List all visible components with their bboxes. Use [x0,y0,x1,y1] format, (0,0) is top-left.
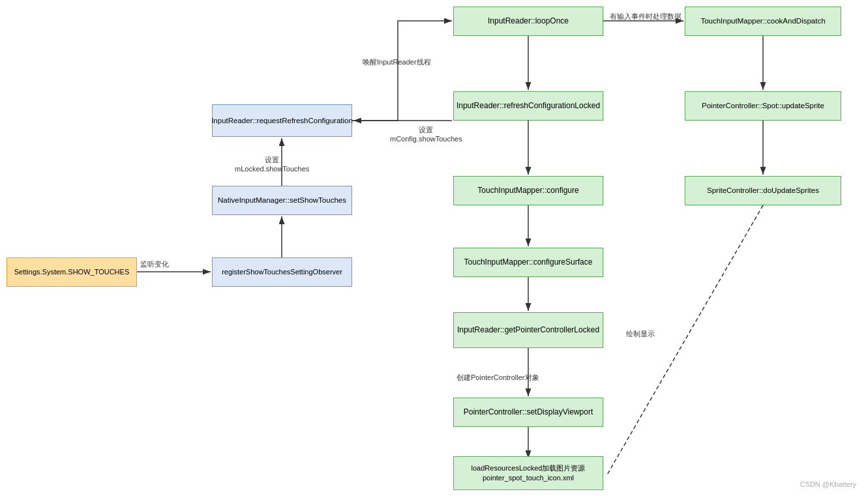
node-refreshconfig: InputReader::refreshConfigurationLocked [453,91,603,121]
node-updatesprite: PointerController::Spot::updateSprite [685,91,841,121]
node-setshowtouches: NativeInputManager::setShowTouches [212,186,352,215]
node-looponce: InputReader::loopOnce [453,7,603,36]
node-configure: TouchInputMapper::configure [453,176,603,205]
label-drawdisplay: 绘制显示 [626,329,655,339]
label-hasinputevent: 有输入事件时处理数据 [610,12,681,22]
node-registerobserver: registerShowTouchesSettingObserver [212,257,352,287]
node-setdisplayviewport: PointerController::setDisplayViewport [453,398,603,427]
node-cookanddispatch: TouchInputMapper::cookAndDispatch [685,7,841,36]
label-setmconfig: 设置 mConfig.showTouches [390,125,462,143]
node-showtouches: Settings.System.SHOW_TOUCHES [7,257,137,287]
arrows-svg [0,0,868,496]
node-requestrefresh: InputReader::requestRefreshConfiguration [212,104,352,137]
node-getpointercontroller: InputReader::getPointerControllerLocked [453,312,603,348]
node-doupdatesprites: SpriteController::doUpdateSprites [685,176,841,205]
label-monitorchange: 监听变化 [140,259,169,269]
watermark: CSDN @Kbattery [800,480,856,488]
diagram-container: InputReader::loopOnce InputReader::refre… [0,0,868,496]
node-configuresurface: TouchInputMapper::configureSurface [453,248,603,277]
label-wakethread: 唤醒InputReader线程 [363,57,431,67]
node-loadresources: loadResourcesLocked加载图片资源 pointer_spot_t… [453,456,603,490]
svg-line-15 [606,205,763,476]
label-createpointer: 创建PointerController对象 [456,373,539,383]
label-setmlocked: 设置 mLocked.showTouches [235,155,309,173]
